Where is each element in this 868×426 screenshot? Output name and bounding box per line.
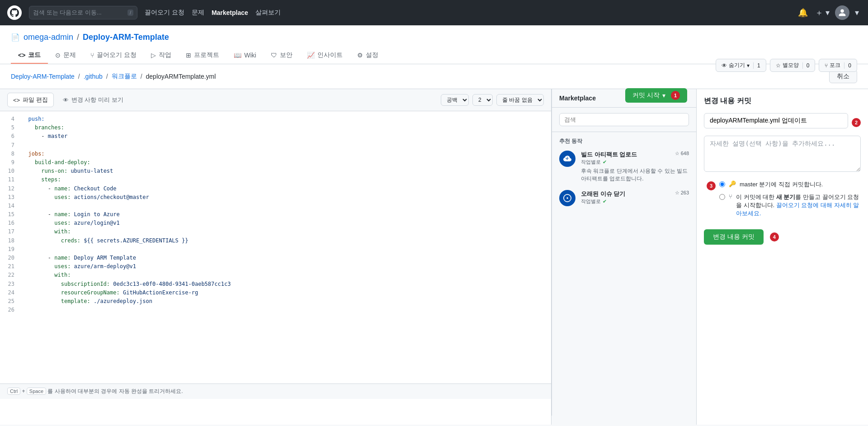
marketplace-search-input[interactable] <box>559 113 689 126</box>
marketplace-item-1: 오래된 이슈 닫기 ☆ 263 작업별로 ✔ <box>559 190 689 207</box>
nav-links: 끌어오기 요청 문제 Marketplace 살펴보기 <box>145 9 281 17</box>
tab-projects[interactable]: ⊞ 프로젝트 <box>179 47 226 64</box>
code-line-6: 6 - master <box>0 132 551 141</box>
repo-separator: / <box>77 33 79 42</box>
indent-select[interactable]: 공백 <box>441 94 469 106</box>
search-placeholder: 검색 또는 다음으로 이동... <box>33 9 102 17</box>
commit-options: 3 🔑 master 분기에 직접 커밋합니다. ⑂ 이 커밋에 대한 새 분기… <box>704 180 861 222</box>
radio-direct-input[interactable] <box>719 181 725 187</box>
branch-icon: ⑂ <box>729 193 732 200</box>
watch-count: 1 <box>753 62 760 69</box>
marketplace-item-icon-0 <box>559 151 576 167</box>
fork-count: 0 <box>844 62 851 69</box>
code-line-22: 22 with: <box>0 271 551 279</box>
code-line-25: 25 template: ./azuredeploy.json <box>0 297 551 306</box>
editor-tab-edit[interactable]: <> 파일 편집 <box>7 93 54 107</box>
radio-direct-label: master 분기에 직접 커밋합니다. <box>740 180 823 189</box>
step3-section: 3 🔑 master 분기에 직접 커밋합니다. ⑂ 이 커밋에 대한 새 분기… <box>704 180 861 222</box>
step2-badge: 2 <box>852 118 861 127</box>
notifications-button[interactable]: 🔔 <box>796 6 810 19</box>
editor-options: 공백 2 줄 바꿈 없음 <box>441 94 544 106</box>
repo-header: 📄 omega-admin / Deploy-ARM-Template 👁 숨기… <box>0 25 868 64</box>
key-icon: 🔑 <box>729 180 736 187</box>
marketplace-item-sub-0: 작업별로 ✔ <box>581 159 689 166</box>
code-line-13: 13 uses: actions/checkout@master <box>0 193 551 202</box>
github-logo[interactable] <box>7 5 22 20</box>
code-line-23: 23 subscriptionId: 0edc3c13-e0f0-480d-93… <box>0 280 551 289</box>
step1-badge: 1 <box>671 91 680 100</box>
commit-start-label: 커밋 시작 <box>632 91 660 99</box>
avatar[interactable] <box>835 5 849 20</box>
editor-tab-preview[interactable]: 👁 변경 사항 미리 보기 <box>57 93 129 107</box>
verified-icon-0: ✔ <box>603 159 607 165</box>
marketplace-item-0: 빌드 아티팩트 업로드 ☆ 648 작업별로 ✔ 후속 워크플로 단계에서 사용… <box>559 151 689 183</box>
wrap-select[interactable]: 줄 바꿈 없음 <box>496 94 544 106</box>
code-line-8: 8 jobs: <box>0 150 551 158</box>
tab-wiki[interactable]: 📖 Wiki <box>226 48 263 63</box>
new-item-button[interactable]: ＋ ▾ <box>813 5 831 20</box>
nav-right-actions: 🔔 ＋ ▾ ▾ <box>796 5 861 20</box>
step4-badge: 4 <box>770 232 779 241</box>
marketplace-item-stars-1: ☆ 263 <box>675 190 689 198</box>
marketplace-item-desc-0: 후속 워크플로 단계에서 사용할 수 있는 빌드 아티팩트를 업로드합니다. <box>581 167 689 183</box>
marketplace-search <box>552 108 696 132</box>
breadcrumb-sep2: / <box>106 73 108 80</box>
radio-options-wrapper: 🔑 master 분기에 직접 커밋합니다. ⑂ 이 커밋에 대한 새 분기를 … <box>719 180 861 222</box>
watch-label: 숨기기 <box>729 62 745 69</box>
fork-button[interactable]: ⑂ 포크 0 <box>819 59 857 72</box>
code-editor[interactable]: 4 push: 5 branches: 6 - master 7 8 <box>0 111 551 383</box>
tab-pull-requests[interactable]: ⑂ 끌어오기 요청 <box>83 47 144 64</box>
radio-new-branch: ⑂ 이 커밋에 대한 새 분기를 만들고 끌어오기 요청을 시작합니다. 끌어오… <box>719 193 861 218</box>
marketplace-section-featured: 추천 동작 빌드 아티팩트 업로드 ☆ 648 작업별로 <box>552 132 696 219</box>
radio-branch-label: 이 커밋에 대한 새 분기를 만들고 끌어오기 요청을 시작합니다. 끌어오기 … <box>736 193 861 218</box>
avatar-icon <box>838 8 847 17</box>
marketplace-item-content-0: 빌드 아티팩트 업로드 ☆ 648 작업별로 ✔ 후속 워크플로 단계에서 사용… <box>581 151 689 183</box>
star-button[interactable]: ☆ 별모양 0 <box>770 59 816 72</box>
code-line-21: 21 uses: azure/arm-deploy@v1 <box>0 262 551 271</box>
commit-start-button[interactable]: 커밋 시작 ▾ 1 <box>625 88 687 103</box>
breadcrumb-file: deployARMTemplate.yml <box>146 73 216 80</box>
verified-icon-1: ✔ <box>603 199 607 204</box>
commit-message-input[interactable] <box>704 113 848 128</box>
search-box[interactable]: 검색 또는 다음으로 이동... / <box>29 6 137 19</box>
marketplace-item-stars-0: ☆ 648 <box>675 151 689 159</box>
tab-issues[interactable]: ⊙ 문제 <box>48 47 83 64</box>
code-line-24: 24 resourceGroupName: GitHubActionExerci… <box>0 289 551 297</box>
pr-learn-more-link[interactable]: 끌어오기 요청에 대해 자세히 알아보세요. <box>736 202 859 217</box>
fork-label: 포크 <box>830 62 840 69</box>
tab-settings[interactable]: ⚙ 설정 <box>350 47 386 64</box>
code-line-4: 4 push: <box>0 115 551 123</box>
nav-explore[interactable]: 살펴보기 <box>255 9 281 17</box>
tab-code[interactable]: <> 코드 <box>11 47 48 64</box>
breadcrumb-dir2[interactable]: 워크플로 <box>112 72 137 80</box>
tab-actions[interactable]: ▷ 작업 <box>144 47 179 64</box>
editor-panel: <> 파일 편집 👁 변경 사항 미리 보기 공백 2 줄 바꿈 없음 <box>0 89 552 425</box>
upload-icon <box>563 155 571 163</box>
watch-button[interactable]: 👁 숨기기 ▾ 1 <box>716 59 766 72</box>
commit-changes-button[interactable]: 변경 내용 커밋 <box>704 229 764 245</box>
preview-icon: 👁 <box>63 97 69 104</box>
marketplace-panel: Marketplace 추천 동작 빌드 아티팩트 업로드 ☆ 648 <box>552 89 696 416</box>
repo-icon: 📄 <box>11 33 20 42</box>
step3-badge: 3 <box>707 181 716 190</box>
nav-pull-requests[interactable]: 끌어오기 요청 <box>145 9 184 17</box>
code-line-7: 7 <box>0 141 551 150</box>
code-line-9: 9 build-and-deploy: <box>0 158 551 167</box>
breadcrumb-dir1[interactable]: .github <box>84 73 103 80</box>
radio-branch-input[interactable] <box>719 194 725 200</box>
code-line-17: 17 with: <box>0 227 551 236</box>
indent-size-select[interactable]: 2 <box>472 94 493 106</box>
repo-name-link[interactable]: Deploy-ARM-Template <box>83 33 169 42</box>
nav-issues[interactable]: 문제 <box>192 9 204 17</box>
avatar-dropdown[interactable]: ▾ <box>853 6 861 19</box>
code-line-19: 19 <box>0 245 551 254</box>
repo-actions: 👁 숨기기 ▾ 1 ☆ 별모양 0 ⑂ 포크 0 <box>716 59 857 72</box>
star-icon: ☆ <box>776 62 781 69</box>
nav-marketplace[interactable]: Marketplace <box>212 9 248 16</box>
tab-insights[interactable]: 📈 인사이트 <box>300 47 350 64</box>
repo-owner-link[interactable]: omega-admin <box>24 33 73 42</box>
commit-description-textarea[interactable] <box>704 136 861 172</box>
hint-plus: + <box>22 388 25 394</box>
breadcrumb-root[interactable]: Deploy-ARM-Template <box>11 73 75 80</box>
tab-security[interactable]: 🛡 보안 <box>264 47 300 64</box>
